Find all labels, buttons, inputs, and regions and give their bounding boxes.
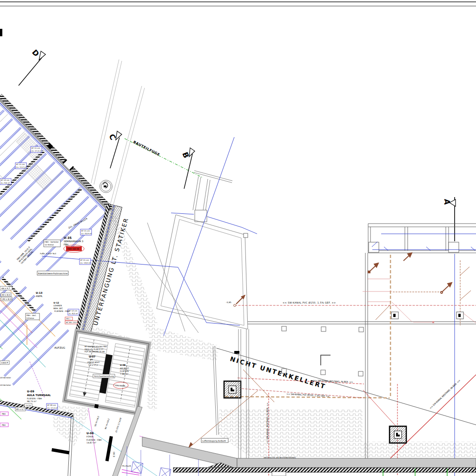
excavation-pit bbox=[157, 215, 248, 329]
svg-text:25 STG 17,4/28: 25 STG 17,4/28 bbox=[115, 417, 122, 433]
svg-text:AB: AB bbox=[90, 358, 93, 361]
svg-text:AR BEST.: AR BEST. bbox=[120, 367, 130, 370]
nicht-unterkellert-label: NICHT UNTERKELLERT bbox=[229, 355, 327, 390]
section-marker-c: C bbox=[107, 131, 122, 168]
svg-text:ANPR.: ANPR. bbox=[36, 295, 43, 298]
svg-text:A= 24,9 m²: A= 24,9 m² bbox=[81, 232, 92, 235]
svg-text:40 x 8,0: 40 x 8,0 bbox=[2, 294, 10, 296]
svg-text:7,00 m²: 7,00 m² bbox=[120, 373, 128, 375]
shaft-2 bbox=[390, 426, 406, 443]
putzmaschine-box: Edelstahlleere Putzmaschine bbox=[37, 271, 68, 275]
svg-text:BEH. WC: BEH. WC bbox=[53, 307, 63, 310]
svg-text:Edelstahlleere Putzmaschine: Edelstahlleere Putzmaschine bbox=[38, 272, 67, 275]
svg-text:A= 11,2 m²: A= 11,2 m² bbox=[16, 166, 27, 168]
svg-text:KT 15 cm: KT 15 cm bbox=[32, 147, 40, 149]
sheet-border-lines bbox=[0, 2, 476, 36]
room-u09: U-09 AULA TURNSAAL FLIESEN - FBH 98,73 m… bbox=[27, 390, 51, 403]
svg-text:(40 x 8,0): (40 x 8,0) bbox=[2, 298, 12, 300]
svg-text:KT 30 cm: KT 30 cm bbox=[47, 404, 56, 406]
section-marker-d: D bbox=[19, 48, 46, 86]
svg-text:PS 25x25: PS 25x25 bbox=[122, 465, 131, 467]
slab-edge-and-columns bbox=[244, 233, 476, 376]
svg-text:AULA TURNSAAL: AULA TURNSAAL bbox=[27, 394, 51, 397]
bauteilfuge-joint: BAUTEILFUGE bbox=[125, 139, 203, 178]
svg-text:A= 13,6 m²: A= 13,6 m² bbox=[80, 262, 91, 264]
fbh-mini-boxes: FBH FBH bbox=[0, 412, 8, 427]
floor-plan-sheet: BAUTEILFUGE D C B A bbox=[0, 0, 476, 476]
svg-text:FB09+FL PLAN 0,17: FB09+FL PLAN 0,17 bbox=[85, 348, 103, 350]
svg-text:98,73 m²: 98,73 m² bbox=[27, 400, 37, 403]
svg-text:1300 P: 1300 P bbox=[1, 362, 8, 364]
fbh-box-2: FBH - Vert. 9 Kreise bbox=[26, 313, 40, 320]
svg-text:A= 9,6 m²: A= 9,6 m² bbox=[1, 182, 10, 184]
red-floor-note: Fußb. H AUF 9x3 bbox=[40, 252, 56, 255]
section-a-letter: A bbox=[443, 199, 451, 205]
svg-text:STG 150 W: STG 150 W bbox=[115, 384, 125, 387]
uv-verteiler-labels: UV-Verteiler UV-Verteiler bbox=[0, 377, 11, 386]
svg-text:FLIESEN: FLIESEN bbox=[120, 370, 129, 372]
svg-text:FUF 26 UMGEB 30 AB: FUF 26 UMGEB 30 AB bbox=[85, 350, 105, 353]
svg-text:FBH - Verteiler: FBH - Verteiler bbox=[45, 241, 59, 243]
svg-text:KT 15 cm: KT 15 cm bbox=[16, 163, 25, 165]
svg-text:FLIESEN - FBH: FLIESEN - FBH bbox=[86, 439, 102, 441]
svg-text:9 Kreise: 9 Kreise bbox=[26, 317, 34, 319]
ps-note: PS 25x25 bbox=[122, 465, 139, 475]
svg-text:-3,10: -3,10 bbox=[26, 404, 31, 407]
kanal-pvc-label: << SW-KANAL PVC Ø150, 1,5% GEF. >> bbox=[283, 301, 336, 304]
svg-text:A= 17,4 m²: A= 17,4 m² bbox=[47, 407, 58, 409]
tag-fbh: FBH 160 W bbox=[67, 248, 79, 250]
red-tags: 295 L WC BEL 150 W bbox=[65, 317, 79, 324]
svg-text:FLIESEN - FBH: FLIESEN - FBH bbox=[27, 397, 42, 400]
cad-drawing-canvas: BAUTEILFUGE D C B A bbox=[0, 0, 476, 476]
svg-text:U-09: U-09 bbox=[27, 390, 34, 393]
svg-text:WC BEL 150 W: WC BEL 150 W bbox=[66, 322, 79, 324]
tree-symbol-icon bbox=[100, 180, 112, 193]
stair-dim: 7,8 x 17,2 bbox=[88, 364, 98, 366]
room-aufzug: AUFZUG bbox=[54, 346, 65, 349]
svg-text:FBH: FBH bbox=[2, 424, 6, 426]
svg-text:UV-Verteiler: UV-Verteiler bbox=[0, 377, 11, 379]
svg-text:12 Kreise: 12 Kreise bbox=[45, 244, 54, 246]
section-marker-b: B bbox=[180, 148, 195, 189]
lower-building-field bbox=[0, 260, 75, 391]
stair-block bbox=[64, 331, 149, 415]
svg-text:U-07: U-07 bbox=[89, 355, 96, 358]
svg-text:FBH: FBH bbox=[64, 243, 68, 246]
external-duct bbox=[193, 171, 232, 222]
drainage-pipes bbox=[225, 253, 476, 398]
svg-text:U-08: U-08 bbox=[120, 364, 126, 366]
stiege-note: STIEGE BEST. bbox=[87, 361, 100, 364]
section-b-letter: B bbox=[180, 151, 191, 159]
kanal-bestand3-label: << SW-KANAL BESTAND, IN BER. >> bbox=[266, 403, 269, 444]
slope-arrows bbox=[368, 253, 452, 293]
svg-text:KT 15 cm: KT 15 cm bbox=[81, 230, 90, 232]
svg-text:Türschwellenlüftung: Türschwellenlüftung bbox=[93, 375, 114, 377]
e90-label: E 90 bbox=[112, 452, 115, 457]
svg-text:WL H=16,2: WL H=16,2 bbox=[104, 418, 110, 430]
svg-text:RF-KASTEN 60x360 FBH: RF-KASTEN 60x360 FBH bbox=[85, 345, 107, 348]
svg-text:SEMINARRAUM 3: SEMINARRAUM 3 bbox=[64, 240, 83, 243]
svg-text:KT 12 cm: KT 12 cm bbox=[1, 179, 9, 181]
svg-text:295 L: 295 L bbox=[66, 318, 71, 320]
bauteilfuge-label: BAUTEILFUGE bbox=[132, 140, 160, 157]
svg-text:FLIESEN - FBH: FLIESEN - FBH bbox=[54, 310, 70, 312]
svg-text:14,87 m²: 14,87 m² bbox=[86, 442, 96, 444]
svg-text:A= 8,2 m²: A= 8,2 m² bbox=[69, 312, 78, 315]
room-u12: U-12 LEHRER BEH. WC FLIESEN - FBH bbox=[53, 302, 70, 312]
luftansaugung-box: Luftansaugung Aufputz bbox=[201, 438, 228, 443]
svg-text:KT 12 cm: KT 12 cm bbox=[69, 310, 77, 312]
section-d-letter: D bbox=[30, 48, 41, 59]
svg-text:A= 17,4 m²: A= 17,4 m² bbox=[32, 150, 42, 152]
svg-text:FBH - Vert.: FBH - Vert. bbox=[26, 314, 36, 317]
svg-text:U-12: U-12 bbox=[53, 302, 59, 304]
svg-text:-66 x 9,7: -66 x 9,7 bbox=[1, 287, 10, 290]
svg-text:LEHRER: LEHRER bbox=[53, 304, 62, 307]
svg-text:U-13: U-13 bbox=[36, 291, 43, 294]
section-marker-a: A bbox=[443, 197, 456, 241]
svg-text:U-06: U-06 bbox=[86, 431, 94, 435]
room-u13: U-13 ANPR. bbox=[36, 291, 43, 298]
svg-text:FBH: FBH bbox=[2, 413, 6, 415]
braced-column-icon bbox=[159, 468, 171, 476]
svg-text:U-35: U-35 bbox=[64, 236, 72, 240]
corner-mark bbox=[321, 355, 331, 365]
